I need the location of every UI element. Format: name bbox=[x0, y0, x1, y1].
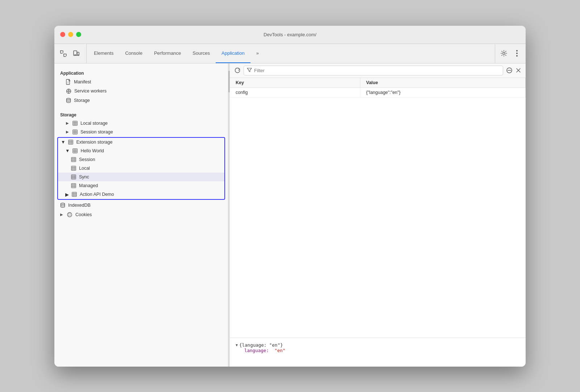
svg-rect-5 bbox=[63, 54, 64, 56]
file-icon bbox=[66, 79, 71, 85]
preview-expand-arrow[interactable]: ▼ bbox=[236, 343, 238, 347]
local-label: Local bbox=[79, 166, 90, 171]
settings-button[interactable] bbox=[498, 48, 510, 59]
cookies-arrow: ▶ bbox=[60, 212, 64, 216]
svg-rect-61 bbox=[71, 183, 76, 188]
sidebar-item-session-storage[interactable]: ▶ Session storage bbox=[54, 128, 228, 136]
window-controls bbox=[60, 32, 81, 37]
sidebar-item-managed[interactable]: Managed bbox=[58, 181, 224, 190]
session-storage-icon bbox=[72, 129, 78, 135]
sidebar-item-storage[interactable]: Storage bbox=[54, 96, 228, 105]
extension-storage-container: ▼ Extension storage bbox=[57, 137, 225, 200]
sidebar-item-indexeddb[interactable]: IndexedDB bbox=[54, 201, 228, 210]
cookies-label: Cookies bbox=[75, 212, 92, 217]
more-options-button[interactable] bbox=[511, 48, 523, 59]
svg-rect-56 bbox=[71, 175, 76, 179]
reload-button[interactable] bbox=[234, 67, 241, 74]
filter-input-wrapper bbox=[244, 66, 503, 75]
sidebar-item-session[interactable]: Session bbox=[58, 155, 224, 164]
table-row[interactable]: config {"language":"en"} bbox=[230, 88, 526, 98]
svg-point-71 bbox=[61, 203, 65, 205]
device-icon bbox=[72, 50, 80, 57]
filter-funnel-icon bbox=[247, 67, 252, 74]
sync-icon bbox=[71, 174, 76, 180]
table-header: Key Value bbox=[230, 78, 526, 88]
hello-world-label: Hello World bbox=[80, 148, 104, 153]
storage-label: Storage bbox=[74, 98, 90, 103]
storage-section-title: Storage bbox=[54, 110, 228, 119]
svg-rect-2 bbox=[63, 50, 63, 53]
sidebar-item-manifest[interactable]: Manifest bbox=[54, 77, 228, 87]
tab-sources[interactable]: Sources bbox=[187, 44, 216, 63]
storage-table: Key Value config {"language":"en"} bbox=[230, 78, 526, 338]
preview-prop-name: language: bbox=[244, 348, 269, 353]
maximize-button[interactable] bbox=[76, 32, 81, 37]
svg-point-76 bbox=[70, 215, 71, 215]
toolbar-tabs: Elements Console Performance Sources App… bbox=[88, 44, 495, 63]
tab-elements[interactable]: Elements bbox=[88, 44, 119, 63]
sidebar-item-action-api-demo[interactable]: ▶ Action API Demo bbox=[58, 190, 224, 199]
svg-point-74 bbox=[70, 213, 70, 214]
main-content: Application Manifest bbox=[54, 63, 526, 367]
key-cell: config bbox=[230, 88, 360, 97]
cursor-icon bbox=[59, 50, 67, 57]
more-tabs-button[interactable]: » bbox=[250, 44, 265, 63]
value-cell: {"language":"en"} bbox=[360, 88, 526, 97]
device-tool-button[interactable] bbox=[70, 48, 82, 59]
action-api-demo-arrow: ▶ bbox=[65, 192, 69, 197]
svg-rect-31 bbox=[73, 130, 77, 134]
sidebar-scrollbar-divider bbox=[228, 63, 230, 367]
toolbar-icon-group bbox=[57, 44, 87, 63]
sidebar-item-sync[interactable]: Sync bbox=[58, 173, 224, 181]
more-vert-icon bbox=[516, 50, 518, 57]
svg-point-20 bbox=[68, 90, 70, 92]
session-storage-arrow: ▶ bbox=[66, 130, 70, 134]
svg-rect-26 bbox=[73, 121, 77, 125]
clear-filter-button[interactable] bbox=[506, 67, 513, 74]
cursor-tool-button[interactable] bbox=[57, 48, 69, 59]
indexeddb-label: IndexedDB bbox=[68, 203, 91, 208]
session-storage-label: Session storage bbox=[80, 129, 113, 135]
svg-point-72 bbox=[67, 212, 72, 217]
svg-point-13 bbox=[516, 50, 518, 51]
svg-rect-46 bbox=[71, 157, 76, 162]
sidebar-item-local[interactable]: Local bbox=[58, 164, 224, 173]
titlebar: DevTools - example.com/ bbox=[54, 26, 526, 44]
svg-point-75 bbox=[69, 215, 69, 216]
extension-storage-arrow: ▼ bbox=[61, 140, 65, 145]
key-column-header: Key bbox=[230, 78, 360, 87]
svg-rect-51 bbox=[71, 166, 76, 170]
filter-input[interactable] bbox=[254, 68, 500, 73]
sidebar-item-extension-storage[interactable]: ▼ Extension storage bbox=[58, 138, 224, 147]
block-icon bbox=[506, 67, 513, 74]
tab-console[interactable]: Console bbox=[119, 44, 148, 63]
gear-icon bbox=[500, 50, 508, 57]
minimize-button[interactable] bbox=[68, 32, 73, 37]
sidebar-item-hello-world[interactable]: ▼ Hello World bbox=[58, 147, 224, 155]
svg-rect-66 bbox=[72, 192, 76, 197]
preview-panel: ▼ {language: "en"} language: "en" bbox=[230, 338, 526, 367]
svg-point-25 bbox=[67, 98, 71, 100]
close-button[interactable] bbox=[60, 32, 65, 37]
sidebar-scrollbar-thumb[interactable] bbox=[228, 71, 230, 92]
manifest-label: Manifest bbox=[74, 79, 91, 84]
close-icon bbox=[515, 67, 521, 73]
hello-world-icon bbox=[72, 148, 78, 153]
reload-icon bbox=[234, 67, 241, 74]
svg-rect-1 bbox=[60, 50, 61, 53]
tab-performance[interactable]: Performance bbox=[148, 44, 187, 63]
sidebar-item-service-workers[interactable]: Service workers bbox=[54, 87, 228, 96]
svg-point-15 bbox=[516, 55, 518, 57]
sidebar-item-cookies[interactable]: ▶ Cookies bbox=[54, 210, 228, 219]
table-body: config {"language":"en"} bbox=[230, 88, 526, 338]
application-section-title: Application bbox=[54, 68, 228, 77]
value-column-header: Value bbox=[360, 78, 526, 87]
sidebar-item-local-storage[interactable]: ▶ Local storage bbox=[54, 119, 228, 128]
preview-property-line: language: "en" bbox=[244, 348, 520, 353]
svg-rect-7 bbox=[63, 56, 66, 57]
session-label: Session bbox=[79, 157, 95, 162]
extension-storage-label: Extension storage bbox=[76, 140, 112, 145]
svg-rect-6 bbox=[66, 54, 67, 56]
close-filter-button[interactable] bbox=[515, 67, 521, 73]
tab-application[interactable]: Application bbox=[216, 44, 250, 63]
